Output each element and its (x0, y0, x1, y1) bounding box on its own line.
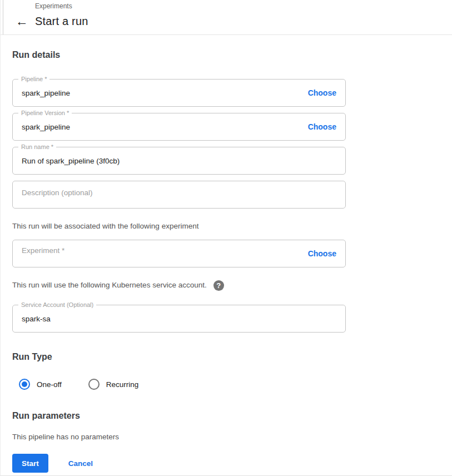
experiment-choose-button[interactable]: Choose (308, 249, 336, 258)
experiment-input[interactable] (13, 240, 345, 255)
pipeline-field-label: Pipeline * (18, 76, 49, 83)
radio-one-off[interactable]: One-off (19, 379, 62, 390)
service-account-field: Service Account (Optional) (12, 305, 346, 333)
pipeline-version-field: Pipeline Version * Choose (12, 113, 346, 141)
panel-edge-divider (3, 0, 3, 34)
back-arrow-icon[interactable]: ← (15, 15, 28, 28)
service-account-note-row: This run will use the following Kubernet… (12, 280, 452, 291)
no-parameters-message: This pipeline has no parameters (12, 433, 452, 442)
run-name-input[interactable] (13, 147, 345, 174)
radio-unselected-icon (88, 379, 100, 390)
service-account-note: This run will use the following Kubernet… (12, 281, 207, 290)
radio-recurring-label: Recurring (106, 380, 139, 389)
run-name-field: Run name * (12, 147, 346, 175)
cancel-button[interactable]: Cancel (68, 459, 93, 468)
pipeline-choose-button[interactable]: Choose (308, 88, 336, 97)
page-title: Start a run (35, 15, 88, 28)
start-button[interactable]: Start (12, 454, 48, 473)
description-input[interactable] (13, 181, 345, 208)
experiment-field: Choose (12, 240, 346, 267)
form-content: Run details Pipeline * Choose Pipeline V… (1, 49, 452, 473)
pipeline-version-input[interactable] (13, 113, 345, 140)
start-run-page: Experiments ← Start a run Run details Pi… (0, 0, 452, 476)
pipeline-version-choose-button[interactable]: Choose (308, 122, 336, 131)
pipeline-field: Pipeline * Choose (12, 79, 346, 107)
service-account-input[interactable] (13, 305, 345, 332)
pipeline-version-field-label: Pipeline Version * (18, 110, 72, 117)
run-parameters-heading: Run parameters (12, 410, 452, 421)
pipeline-input[interactable] (13, 80, 345, 106)
radio-one-off-label: One-off (37, 380, 62, 389)
run-details-heading: Run details (12, 49, 452, 60)
run-type-radio-group: One-off Recurring (19, 379, 452, 390)
help-icon[interactable]: ? (213, 280, 224, 291)
experiment-note: This run will be associated with the fol… (12, 222, 452, 231)
breadcrumb[interactable]: Experiments (1, 0, 452, 10)
service-account-field-label: Service Account (Optional) (18, 301, 96, 309)
run-type-heading: Run Type (12, 351, 452, 362)
run-name-field-label: Run name * (18, 143, 56, 151)
page-header: Experiments ← Start a run (1, 0, 452, 35)
action-bar: Start Cancel (12, 454, 452, 473)
description-field (12, 181, 346, 209)
title-row: ← Start a run (1, 12, 452, 30)
radio-selected-icon (19, 379, 30, 390)
radio-recurring[interactable]: Recurring (88, 379, 139, 390)
